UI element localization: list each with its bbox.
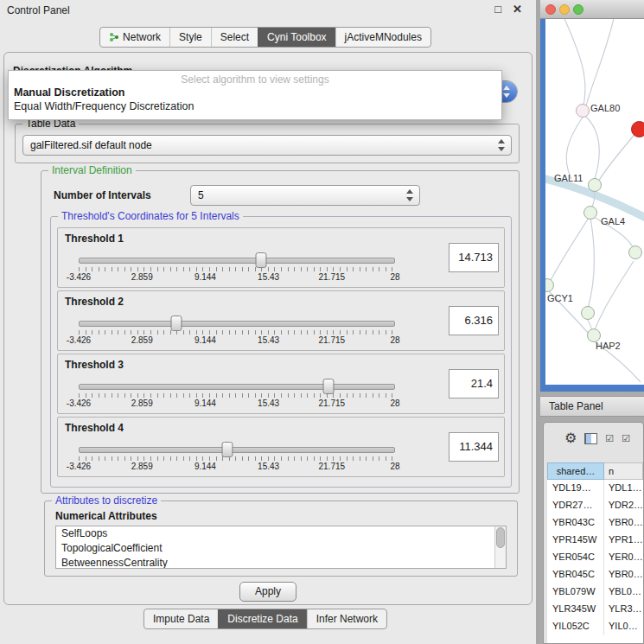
tab-select[interactable]: Select [211, 28, 258, 47]
table-row[interactable]: YBR045CYBR0… [547, 566, 643, 583]
list-scrollbar[interactable] [494, 526, 506, 568]
table-row[interactable]: YBL079WYBL0… [547, 583, 643, 601]
interval-definition-title: Interval Definition [48, 164, 136, 176]
tick-label: -3.426 [67, 335, 91, 345]
network-node-red[interactable] [631, 121, 644, 137]
tick-label: 15.43 [258, 462, 279, 471]
select-none-checkbox-icon[interactable]: ☑ [622, 433, 630, 443]
tab-impute-data[interactable]: Impute Data [144, 609, 218, 628]
slider-track[interactable] [79, 384, 395, 390]
threshold-1-value-field[interactable]: 14.713 [449, 243, 499, 272]
table-row[interactable]: YDR27…YDR2… [547, 497, 643, 514]
network-node[interactable] [581, 306, 595, 320]
cell-shared-name: YBL079W [547, 583, 604, 601]
cell-name: YDL1… [604, 480, 643, 497]
slider-thumb[interactable] [222, 442, 233, 457]
tick-label: 2.859 [131, 462, 153, 471]
slider-thumb[interactable] [256, 252, 267, 268]
cell-shared-name: YBR043C [547, 514, 604, 532]
tick-label: 28 [390, 272, 399, 282]
minimize-traffic-icon[interactable] [559, 4, 570, 15]
tab-cyni-toolbox[interactable]: Cyni Toolbox [258, 28, 335, 47]
tab-style[interactable]: Style [169, 28, 211, 47]
threshold-2-slider[interactable]: -3.426 2.859 9.144 15.43 21.715 28 [79, 316, 395, 347]
tab-discretize-data[interactable]: Discretize Data [218, 609, 306, 628]
network-window-titlebar[interactable] [540, 0, 644, 19]
list-item[interactable]: TopologicalCoefficient [56, 541, 506, 556]
interval-definition-group: Interval Definition Number of Intervals … [41, 170, 520, 494]
threshold-3-value-field[interactable]: 21.4 [449, 369, 499, 399]
tick-label: 9.144 [194, 462, 216, 471]
number-of-intervals-combobox[interactable]: 5 [190, 185, 420, 206]
select-all-checkbox-icon[interactable]: ☑ [605, 433, 614, 443]
tab-cyni-toolbox-label: Cyni Toolbox [267, 31, 326, 43]
tab-infer-network[interactable]: Infer Network [307, 609, 386, 628]
slider-track[interactable] [79, 258, 395, 264]
slider-track[interactable] [79, 447, 395, 453]
slider-thumb[interactable] [171, 316, 182, 331]
slider-tick-labels: -3.426 2.859 9.144 15.43 21.715 28 [79, 399, 395, 409]
network-canvas[interactable]: GAL80 GAL11 GAL4 GCY1 HAP2 [545, 19, 644, 385]
slider-track[interactable] [79, 321, 395, 327]
scrollbar-thumb[interactable] [496, 527, 505, 548]
float-window-icon[interactable]: □ [494, 3, 501, 16]
slider-ticks [79, 267, 395, 271]
apply-button[interactable]: Apply [239, 582, 296, 602]
threshold-2-label: Threshold 2 [65, 296, 124, 308]
table-row[interactable]: YDL19…YDL1… [547, 480, 643, 497]
tick-label: -3.426 [67, 462, 91, 471]
table-row[interactable]: YLR345WYLR3… [547, 601, 643, 618]
table-row[interactable]: YIL052CYIL0… [547, 618, 643, 635]
threshold-4-slider[interactable]: -3.426 2.859 9.144 15.43 21.715 28 [79, 442, 395, 473]
network-node[interactable] [628, 245, 642, 259]
tick-label: 9.144 [194, 272, 216, 282]
node-label: HAP2 [596, 341, 621, 351]
threshold-4-block: Threshold 4 -3.426 2.859 9.144 15.43 21.… [57, 417, 505, 477]
close-icon[interactable]: ✕ [513, 3, 522, 16]
network-node[interactable] [583, 206, 597, 220]
tick-label: 2.859 [131, 272, 153, 282]
table-data-group: Table Data galFiltered.sif default node [15, 124, 520, 163]
numerical-attributes-label: Numerical Attributes [55, 510, 157, 522]
tab-network[interactable]: Network [100, 28, 169, 47]
network-node[interactable] [588, 178, 602, 192]
list-item[interactable]: SelfLoops [56, 526, 506, 541]
cell-name: YBR0… [604, 514, 643, 532]
slider-ticks [79, 330, 395, 335]
zoom-traffic-icon[interactable] [573, 4, 583, 15]
tick-label: 15.43 [258, 335, 279, 345]
column-header-name[interactable]: n [604, 462, 643, 480]
cell-shared-name: YLR345W [547, 601, 604, 618]
column-header-shared-name[interactable]: shared… [547, 462, 604, 480]
cell-shared-name: YIL052C [547, 618, 604, 635]
tick-label: 9.144 [194, 335, 216, 345]
threshold-4-value-field[interactable]: 11.344 [449, 432, 499, 462]
thresholds-group: Threshold's Coordinates for 5 Intervals … [50, 216, 512, 488]
threshold-3-slider[interactable]: -3.426 2.859 9.144 15.43 21.715 28 [79, 379, 395, 410]
tick-label: 2.859 [131, 335, 153, 345]
cyni-panel-body: Discretization Algorithm Select algorith… [3, 52, 532, 605]
screenshot-root: Control Panel □ ✕ Network Style Select C… [0, 0, 644, 644]
slider-thumb[interactable] [323, 379, 335, 394]
tab-jactivemnodules[interactable]: jActiveMNodules [335, 28, 430, 47]
columns-icon[interactable] [584, 433, 597, 444]
threshold-2-block: Threshold 2 -3.426 2.859 9.144 15.43 21.… [57, 290, 505, 351]
threshold-1-slider[interactable]: -3.426 2.859 9.144 15.43 21.715 28 [79, 252, 395, 284]
tab-style-label: Style [179, 31, 202, 43]
list-item[interactable]: BetweennessCentrality [56, 556, 506, 569]
table-data-combobox[interactable]: galFiltered.sif default node [22, 135, 512, 156]
network-node[interactable] [576, 104, 590, 118]
gear-icon[interactable]: ⚙ [564, 431, 577, 445]
dropdown-option-manual[interactable]: Manual Discretization [9, 86, 501, 99]
table-row[interactable]: YER054CYER0… [547, 549, 643, 566]
table-header-row: shared… n [547, 462, 643, 480]
dropdown-option-equal-width[interactable]: Equal Width/Frequency Discretization [9, 99, 501, 113]
slider-tick-labels: -3.426 2.859 9.144 15.43 21.715 28 [79, 335, 395, 346]
table-row[interactable]: YPR145WYPR1… [547, 532, 643, 549]
threshold-2-value-field[interactable]: 6.316 [449, 306, 499, 335]
cell-name: YBR0… [604, 566, 643, 583]
table-row[interactable]: YBR043CYBR0… [547, 514, 643, 532]
threshold-4-label: Threshold 4 [65, 422, 124, 434]
tab-impute-data-label: Impute Data [153, 613, 209, 625]
close-traffic-icon[interactable] [545, 4, 556, 15]
